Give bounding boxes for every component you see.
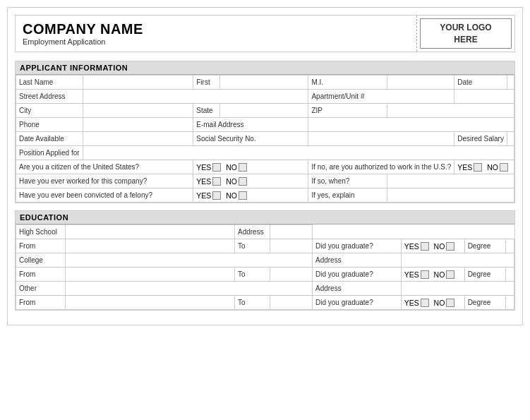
- degree-label-college: Degree: [464, 268, 505, 282]
- other-degree-value[interactable]: [505, 296, 514, 310]
- worked-yes-label: YES: [196, 177, 221, 186]
- citizen-yes-checkbox[interactable]: [212, 163, 221, 172]
- hs-graduate-yes-no: YES NO: [401, 239, 464, 253]
- worked-when-label: If so, when?: [308, 174, 387, 188]
- hs-no-checkbox[interactable]: [446, 242, 454, 251]
- company-name: COMPANY NAME: [23, 21, 409, 37]
- citizen-question: Are you a citizen of the United States?: [16, 160, 193, 174]
- felony-question: Have you ever been convicted of a felony…: [16, 188, 193, 203]
- position-value[interactable]: [83, 146, 514, 160]
- felony-no-checkbox[interactable]: [239, 191, 247, 200]
- citizen-no-checkbox[interactable]: [239, 163, 247, 172]
- other-no-checkbox[interactable]: [446, 299, 454, 307]
- college-no-checkbox[interactable]: [446, 270, 454, 279]
- table-row: Street Address Apartment/Unit #: [16, 90, 514, 104]
- college-yes-checkbox[interactable]: [421, 270, 429, 279]
- from-label-other: From: [16, 296, 66, 310]
- authorized-no-label: NO: [487, 163, 508, 172]
- date-label: Date: [454, 76, 507, 90]
- authorized-yes-label: YES: [457, 163, 482, 172]
- date-available-label: Date Available: [16, 132, 83, 146]
- from-label-hs: From: [16, 239, 66, 253]
- zip-value[interactable]: [387, 104, 514, 118]
- table-row: Position Applied for: [16, 146, 514, 160]
- table-row: City State ZIP: [16, 104, 514, 118]
- table-row: Date Available Social Security No. Desir…: [16, 132, 514, 146]
- address-label-college: Address: [313, 253, 402, 268]
- worked-question: Have you ever worked for this company?: [16, 174, 193, 188]
- logo-box: YOUR LOGOHERE: [420, 18, 512, 49]
- high-school-address-value[interactable]: [270, 225, 313, 239]
- college-to-value[interactable]: [270, 268, 313, 282]
- other-graduate-yes-no: YES NO: [401, 296, 464, 310]
- hs-to-value[interactable]: [270, 239, 313, 253]
- college-degree-value[interactable]: [505, 268, 514, 282]
- worked-yes-checkbox[interactable]: [212, 177, 221, 186]
- last-name-value[interactable]: [83, 76, 193, 90]
- phone-label: Phone: [16, 118, 83, 132]
- college-name-value[interactable]: [66, 253, 313, 268]
- hs-no-label: NO: [434, 242, 455, 251]
- first-label: First: [193, 76, 220, 90]
- table-row: From To Did you graduate? YES NO Degree: [16, 296, 514, 310]
- logo-text: YOUR LOGOHERE: [440, 22, 491, 46]
- email-value[interactable]: [308, 118, 514, 132]
- other-to-value[interactable]: [270, 296, 313, 310]
- phone-value[interactable]: [83, 118, 193, 132]
- apartment-label: Apartment/Unit #: [308, 90, 454, 104]
- worked-no-label: NO: [226, 177, 247, 186]
- high-school-label: High School: [16, 225, 66, 239]
- table-row: Have you ever worked for this company? Y…: [16, 174, 514, 188]
- table-row: Other Address: [16, 282, 514, 296]
- ssn-label: Social Security No.: [193, 132, 308, 146]
- other-no-label: NO: [434, 299, 455, 307]
- first-value[interactable]: [219, 76, 308, 90]
- hs-yes-checkbox[interactable]: [421, 242, 429, 251]
- college-yes-label: YES: [404, 270, 429, 279]
- table-row: Are you a citizen of the United States? …: [16, 160, 514, 174]
- zip-label: ZIP: [308, 104, 387, 118]
- mi-label: M.I.: [308, 76, 387, 90]
- city-value[interactable]: [83, 104, 193, 118]
- graduate-label-hs: Did you graduate?: [313, 239, 402, 253]
- other-yes-checkbox[interactable]: [421, 299, 429, 307]
- worked-no-checkbox[interactable]: [239, 177, 247, 186]
- date-available-value[interactable]: [83, 132, 193, 146]
- street-label: Street Address: [16, 90, 83, 104]
- college-from-value[interactable]: [66, 268, 235, 282]
- state-label: State: [193, 104, 220, 118]
- education-section-title: EDUCATION: [16, 211, 514, 224]
- degree-label-other: Degree: [464, 296, 505, 310]
- desired-salary-value[interactable]: [507, 132, 514, 146]
- felony-yes-checkbox[interactable]: [212, 191, 221, 200]
- education-section: EDUCATION High School Address From To Di…: [15, 210, 515, 311]
- authorized-question: If no, are you authorized to work in the…: [308, 160, 454, 174]
- worked-when-value[interactable]: [387, 174, 514, 188]
- other-from-value[interactable]: [66, 296, 235, 310]
- ssn-value[interactable]: [308, 132, 454, 146]
- graduate-label-college: Did you graduate?: [313, 268, 402, 282]
- hs-from-value[interactable]: [66, 239, 235, 253]
- street-value[interactable]: [83, 90, 308, 104]
- authorized-yes-no: YES NO: [454, 160, 514, 174]
- state-value[interactable]: [219, 104, 308, 118]
- college-address-value[interactable]: [401, 253, 514, 268]
- felony-yes-no: YES NO: [193, 188, 308, 203]
- authorized-no-checkbox[interactable]: [500, 163, 508, 172]
- high-school-name-value[interactable]: [66, 225, 235, 239]
- apartment-value[interactable]: [454, 90, 514, 104]
- authorized-yes-checkbox[interactable]: [474, 163, 482, 172]
- other-name-value[interactable]: [66, 282, 313, 296]
- table-row: From To Did you graduate? YES NO Degree: [16, 239, 514, 253]
- citizen-yes-label: YES: [196, 163, 221, 172]
- position-label: Position Applied for: [16, 146, 83, 160]
- date-value[interactable]: [507, 76, 514, 90]
- other-address-value[interactable]: [401, 282, 514, 296]
- mi-value[interactable]: [387, 76, 454, 90]
- felony-explain-label: If yes, explain: [308, 188, 387, 203]
- other-label: Other: [16, 282, 66, 296]
- felony-explain-value[interactable]: [387, 188, 514, 203]
- hs-degree-value[interactable]: [505, 239, 514, 253]
- header-left: COMPANY NAME Employment Application: [16, 16, 417, 52]
- graduate-label-other: Did you graduate?: [313, 296, 402, 310]
